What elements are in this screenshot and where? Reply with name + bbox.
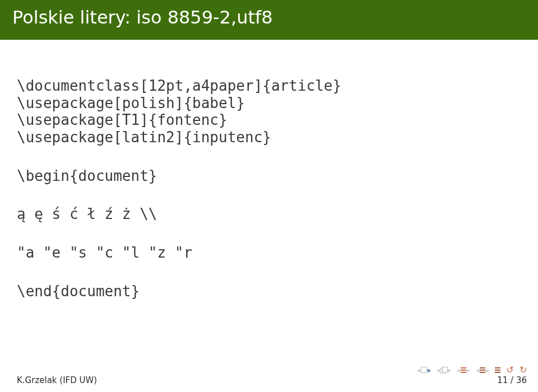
code-line: \usepackage[latin2]{inputenc}	[17, 129, 271, 146]
code-line: \usepackage[polish]{babel}	[17, 95, 245, 111]
code-end: \end{document}	[17, 283, 521, 300]
code-line: "a "e "s "c "l "z "r	[17, 244, 192, 261]
code-line: ą ę ś ć ł ź ż \\	[17, 206, 157, 222]
footer-page: 11 / 36	[497, 375, 527, 385]
code-line: \begin{document}	[17, 167, 157, 184]
code-content: \documentclass[12pt,a4paper]{article} \u…	[0, 40, 538, 338]
code-preamble: \documentclass[12pt,a4paper]{article} \u…	[17, 77, 521, 146]
slide-footer: K.Grzelak (IFD UW) 11 / 36	[0, 371, 538, 385]
footer-author: K.Grzelak (IFD UW)	[17, 375, 97, 385]
code-line: \end{document}	[17, 283, 140, 300]
slide-title: Polskie litery: iso 8859-2,utf8	[12, 7, 273, 28]
code-chars-1: ą ę ś ć ł ź ż \\	[17, 206, 521, 223]
code-line: \usepackage[T1]{fontenc}	[17, 111, 228, 128]
slide-title-bar: Polskie litery: iso 8859-2,utf8	[0, 0, 538, 40]
code-chars-2: "a "e "s "c "l "z "r	[17, 244, 521, 262]
code-line: \documentclass[12pt,a4paper]{article}	[17, 77, 341, 94]
code-begin: \begin{document}	[17, 167, 521, 185]
